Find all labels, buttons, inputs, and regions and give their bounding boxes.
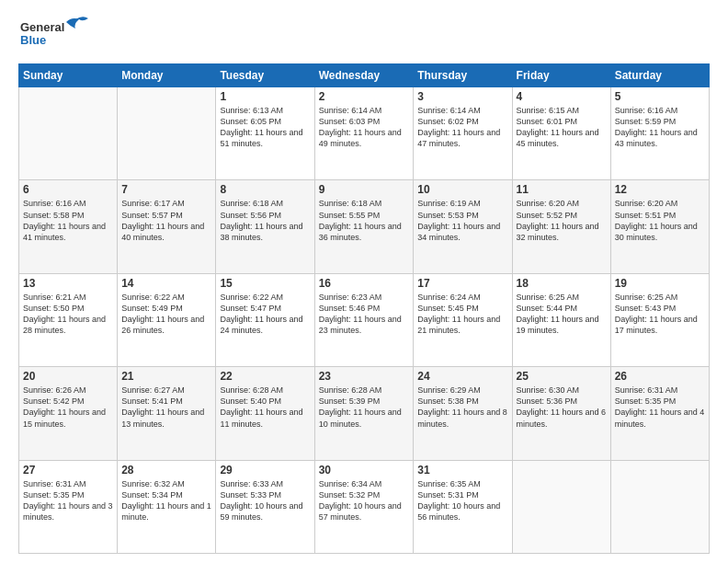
cell-text: Sunrise: 6:14 AM Sunset: 6:03 PM Dayligh… (319, 105, 410, 150)
day-number: 23 (319, 370, 410, 383)
calendar-cell: 3Sunrise: 6:14 AM Sunset: 6:02 PM Daylig… (414, 87, 512, 180)
day-number: 15 (220, 277, 310, 290)
cell-text: Sunrise: 6:27 AM Sunset: 5:41 PM Dayligh… (121, 385, 211, 430)
cell-text: Sunrise: 6:35 AM Sunset: 5:31 PM Dayligh… (417, 478, 507, 523)
calendar-table: SundayMondayTuesdayWednesdayThursdayFrid… (18, 63, 710, 554)
day-number: 26 (615, 370, 705, 383)
calendar-cell: 5Sunrise: 6:16 AM Sunset: 5:59 PM Daylig… (610, 87, 709, 180)
cell-text: Sunrise: 6:18 AM Sunset: 5:56 PM Dayligh… (220, 198, 310, 243)
weekday-header-saturday: Saturday (610, 64, 709, 87)
weekday-header-wednesday: Wednesday (314, 64, 414, 87)
weekday-header-monday: Monday (118, 64, 216, 87)
cell-text: Sunrise: 6:25 AM Sunset: 5:44 PM Dayligh… (517, 292, 607, 337)
calendar-cell: 1Sunrise: 6:13 AM Sunset: 6:05 PM Daylig… (216, 87, 314, 180)
cell-text: Sunrise: 6:20 AM Sunset: 5:52 PM Dayligh… (517, 198, 607, 243)
page: General Blue SundayMondayTuesdayWednesda… (0, 0, 728, 563)
cell-text: Sunrise: 6:18 AM Sunset: 5:55 PM Dayligh… (319, 198, 410, 243)
calendar-cell: 14Sunrise: 6:22 AM Sunset: 5:49 PM Dayli… (118, 273, 216, 366)
week-row-3: 13Sunrise: 6:21 AM Sunset: 5:50 PM Dayli… (19, 273, 710, 366)
cell-text: Sunrise: 6:25 AM Sunset: 5:43 PM Dayligh… (615, 292, 705, 337)
calendar-cell: 15Sunrise: 6:22 AM Sunset: 5:47 PM Dayli… (216, 273, 314, 366)
calendar-cell: 10Sunrise: 6:19 AM Sunset: 5:53 PM Dayli… (414, 180, 512, 273)
day-number: 5 (615, 90, 705, 103)
weekday-header-friday: Friday (512, 64, 610, 87)
day-number: 10 (417, 183, 507, 196)
day-number: 19 (615, 277, 705, 290)
cell-text: Sunrise: 6:19 AM Sunset: 5:53 PM Dayligh… (417, 198, 507, 243)
calendar-cell: 4Sunrise: 6:15 AM Sunset: 6:01 PM Daylig… (512, 87, 610, 180)
day-number: 28 (121, 464, 211, 477)
day-number: 18 (517, 277, 607, 290)
calendar-cell: 16Sunrise: 6:23 AM Sunset: 5:46 PM Dayli… (314, 273, 414, 366)
calendar-cell: 23Sunrise: 6:28 AM Sunset: 5:39 PM Dayli… (314, 367, 414, 460)
svg-text:Blue: Blue (20, 33, 46, 47)
week-row-1: 1Sunrise: 6:13 AM Sunset: 6:05 PM Daylig… (19, 87, 710, 180)
calendar-cell: 18Sunrise: 6:25 AM Sunset: 5:44 PM Dayli… (512, 273, 610, 366)
cell-text: Sunrise: 6:31 AM Sunset: 5:35 PM Dayligh… (615, 385, 705, 430)
calendar-cell (610, 460, 709, 553)
calendar-cell (512, 460, 610, 553)
cell-text: Sunrise: 6:28 AM Sunset: 5:39 PM Dayligh… (319, 385, 410, 430)
logo: General Blue (18, 15, 92, 56)
day-number: 8 (220, 183, 310, 196)
calendar-cell: 21Sunrise: 6:27 AM Sunset: 5:41 PM Dayli… (118, 367, 216, 460)
calendar-cell: 26Sunrise: 6:31 AM Sunset: 5:35 PM Dayli… (610, 367, 709, 460)
calendar-cell: 17Sunrise: 6:24 AM Sunset: 5:45 PM Dayli… (414, 273, 512, 366)
cell-text: Sunrise: 6:16 AM Sunset: 5:58 PM Dayligh… (23, 198, 113, 243)
cell-text: Sunrise: 6:34 AM Sunset: 5:32 PM Dayligh… (319, 478, 410, 523)
day-number: 9 (319, 183, 410, 196)
day-number: 6 (23, 183, 113, 196)
weekday-header-sunday: Sunday (19, 64, 118, 87)
calendar-cell: 19Sunrise: 6:25 AM Sunset: 5:43 PM Dayli… (610, 273, 709, 366)
day-number: 1 (220, 90, 310, 103)
cell-text: Sunrise: 6:23 AM Sunset: 5:46 PM Dayligh… (319, 292, 410, 337)
calendar-cell (118, 87, 216, 180)
calendar-cell: 29Sunrise: 6:33 AM Sunset: 5:33 PM Dayli… (216, 460, 314, 553)
day-number: 24 (417, 370, 507, 383)
calendar-cell: 24Sunrise: 6:29 AM Sunset: 5:38 PM Dayli… (414, 367, 512, 460)
cell-text: Sunrise: 6:28 AM Sunset: 5:40 PM Dayligh… (220, 385, 310, 430)
day-number: 25 (517, 370, 607, 383)
calendar-cell: 25Sunrise: 6:30 AM Sunset: 5:36 PM Dayli… (512, 367, 610, 460)
cell-text: Sunrise: 6:32 AM Sunset: 5:34 PM Dayligh… (121, 478, 211, 523)
cell-text: Sunrise: 6:30 AM Sunset: 5:36 PM Dayligh… (517, 385, 607, 430)
cell-text: Sunrise: 6:15 AM Sunset: 6:01 PM Dayligh… (517, 105, 607, 150)
calendar-cell: 8Sunrise: 6:18 AM Sunset: 5:56 PM Daylig… (216, 180, 314, 273)
cell-text: Sunrise: 6:20 AM Sunset: 5:51 PM Dayligh… (615, 198, 705, 243)
calendar-cell: 11Sunrise: 6:20 AM Sunset: 5:52 PM Dayli… (512, 180, 610, 273)
cell-text: Sunrise: 6:24 AM Sunset: 5:45 PM Dayligh… (417, 292, 507, 337)
week-row-2: 6Sunrise: 6:16 AM Sunset: 5:58 PM Daylig… (19, 180, 710, 273)
calendar-cell: 27Sunrise: 6:31 AM Sunset: 5:35 PM Dayli… (19, 460, 118, 553)
svg-text:General: General (20, 20, 64, 34)
cell-text: Sunrise: 6:31 AM Sunset: 5:35 PM Dayligh… (23, 478, 113, 523)
calendar-cell: 9Sunrise: 6:18 AM Sunset: 5:55 PM Daylig… (314, 180, 414, 273)
calendar-cell (19, 87, 118, 180)
cell-text: Sunrise: 6:29 AM Sunset: 5:38 PM Dayligh… (417, 385, 507, 430)
day-number: 13 (23, 277, 113, 290)
calendar-cell: 2Sunrise: 6:14 AM Sunset: 6:03 PM Daylig… (314, 87, 414, 180)
cell-text: Sunrise: 6:33 AM Sunset: 5:33 PM Dayligh… (220, 478, 310, 523)
calendar-cell: 6Sunrise: 6:16 AM Sunset: 5:58 PM Daylig… (19, 180, 118, 273)
day-number: 22 (220, 370, 310, 383)
calendar-cell: 7Sunrise: 6:17 AM Sunset: 5:57 PM Daylig… (118, 180, 216, 273)
weekday-header-thursday: Thursday (414, 64, 512, 87)
calendar-cell: 13Sunrise: 6:21 AM Sunset: 5:50 PM Dayli… (19, 273, 118, 366)
calendar-cell: 22Sunrise: 6:28 AM Sunset: 5:40 PM Dayli… (216, 367, 314, 460)
day-number: 31 (417, 464, 507, 477)
cell-text: Sunrise: 6:17 AM Sunset: 5:57 PM Dayligh… (121, 198, 211, 243)
cell-text: Sunrise: 6:16 AM Sunset: 5:59 PM Dayligh… (615, 105, 705, 150)
day-number: 21 (121, 370, 211, 383)
day-number: 27 (23, 464, 113, 477)
calendar-cell: 20Sunrise: 6:26 AM Sunset: 5:42 PM Dayli… (19, 367, 118, 460)
header: General Blue (18, 15, 710, 56)
day-number: 3 (417, 90, 507, 103)
day-number: 30 (319, 464, 410, 477)
day-number: 29 (220, 464, 310, 477)
day-number: 11 (517, 183, 607, 196)
calendar-cell: 12Sunrise: 6:20 AM Sunset: 5:51 PM Dayli… (610, 180, 709, 273)
cell-text: Sunrise: 6:22 AM Sunset: 5:47 PM Dayligh… (220, 292, 310, 337)
logo-svg: General Blue (18, 15, 92, 56)
day-number: 20 (23, 370, 113, 383)
day-number: 16 (319, 277, 410, 290)
cell-text: Sunrise: 6:14 AM Sunset: 6:02 PM Dayligh… (417, 105, 507, 150)
